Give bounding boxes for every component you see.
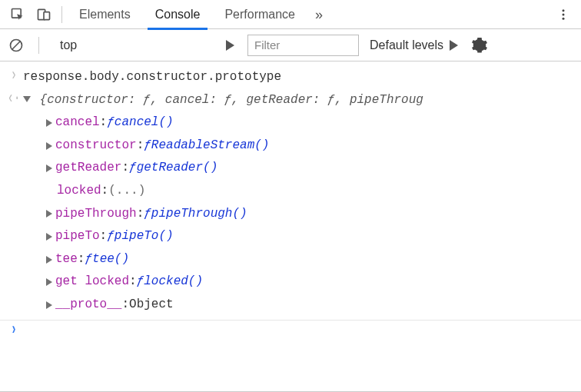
property-value-name: cancel(): [115, 111, 174, 135]
filter-input[interactable]: [247, 35, 359, 56]
property-row[interactable]: get locked: ƒ locked(): [0, 271, 581, 294]
output-chevron-icon: ‹·: [5, 89, 23, 111]
svg-point-4: [563, 13, 565, 15]
property-value: Object: [129, 294, 174, 317]
expand-triangle-icon[interactable]: [46, 142, 52, 150]
property-value: ƒ: [129, 157, 137, 180]
property-row[interactable]: cancel: ƒ cancel(): [0, 111, 581, 135]
property-row[interactable]: locked: (...): [0, 180, 581, 203]
tab-overflow[interactable]: »: [307, 0, 330, 29]
property-value: ƒ: [85, 248, 92, 271]
console-output-row: ‹· {constructor: ƒ, cancel: ƒ, getReader…: [0, 89, 581, 112]
expand-triangle-icon[interactable]: [46, 278, 52, 286]
tab-elements[interactable]: Elements: [67, 0, 143, 29]
object-properties: cancel: ƒ cancel()constructor: ƒ Readabl…: [0, 111, 581, 316]
execution-context-select[interactable]: top: [51, 34, 240, 57]
chevron-down-icon: [450, 40, 458, 51]
property-row[interactable]: pipeTo: ƒ pipeTo(): [0, 225, 581, 248]
svg-point-3: [563, 9, 565, 12]
property-key: get locked: [55, 271, 129, 294]
property-value-name: locked(): [144, 271, 203, 294]
kebab-menu-icon[interactable]: [550, 0, 576, 29]
clear-console-icon[interactable]: [6, 35, 26, 55]
property-row[interactable]: pipeThrough: ƒ pipeThrough(): [0, 203, 581, 226]
property-row[interactable]: __proto__: Object: [0, 294, 581, 317]
console-command[interactable]: response.body.constructor.prototype: [23, 66, 576, 89]
property-value-name: tee(): [92, 248, 129, 271]
property-row[interactable]: getReader: ƒ getReader(): [0, 157, 581, 180]
console-prompt-row[interactable]: ›: [0, 321, 581, 342]
property-key: cancel: [55, 111, 100, 135]
property-key: pipeTo: [55, 225, 100, 248]
svg-point-5: [563, 17, 565, 19]
expand-triangle-icon[interactable]: [46, 256, 52, 264]
property-value: ƒ: [144, 203, 151, 226]
prompt-chevron-icon: ›: [5, 321, 23, 342]
context-label: top: [60, 38, 77, 52]
separator: [38, 37, 39, 54]
expand-triangle-icon[interactable]: [46, 119, 52, 127]
expand-triangle-icon[interactable]: [46, 301, 52, 309]
tab-console[interactable]: Console: [143, 0, 213, 29]
log-levels-select[interactable]: Default levels: [367, 38, 461, 52]
property-value: ƒ: [144, 135, 151, 158]
property-key: pipeThrough: [55, 203, 137, 226]
devtools-tabstrip: Elements Console Performance »: [0, 0, 581, 29]
object-preview[interactable]: {constructor: ƒ, cancel: ƒ, getReader: ƒ…: [23, 89, 576, 112]
property-value-name: ReadableStream(): [151, 135, 270, 158]
svg-line-7: [12, 42, 20, 49]
property-value-name: pipeThrough(): [151, 203, 247, 226]
chevron-down-icon: [226, 40, 234, 51]
property-value: (...): [108, 180, 145, 203]
expand-triangle-icon[interactable]: [46, 233, 52, 241]
inspect-element-icon[interactable]: [5, 0, 31, 29]
expand-triangle-icon[interactable]: [46, 164, 52, 172]
property-row[interactable]: tee: ƒ tee(): [0, 248, 581, 271]
console-input-row: › response.body.constructor.prototype: [0, 66, 581, 89]
device-toolbar-icon[interactable]: [31, 0, 57, 29]
property-row[interactable]: constructor: ƒ ReadableStream(): [0, 135, 581, 158]
levels-label: Default levels: [370, 38, 443, 52]
property-key: getReader: [55, 157, 121, 180]
tab-performance[interactable]: Performance: [212, 0, 307, 29]
separator: [61, 6, 62, 23]
property-value: ƒ: [107, 111, 115, 135]
console-body: › response.body.constructor.prototype ‹·…: [0, 61, 581, 341]
property-key: locked: [57, 180, 101, 203]
expand-triangle-icon[interactable]: [46, 210, 52, 218]
property-key: constructor: [55, 135, 137, 158]
property-value-name: getReader(): [137, 157, 218, 180]
gear-icon[interactable]: [469, 35, 490, 56]
property-value: ƒ: [107, 225, 115, 248]
svg-rect-2: [44, 12, 50, 19]
console-toolbar: top Default levels: [0, 29, 581, 61]
property-value: ƒ: [137, 271, 144, 294]
expand-triangle-icon[interactable]: [23, 96, 31, 102]
property-key: __proto__: [55, 294, 121, 317]
property-key: tee: [55, 248, 78, 271]
property-value-name: pipeTo(): [115, 225, 174, 248]
